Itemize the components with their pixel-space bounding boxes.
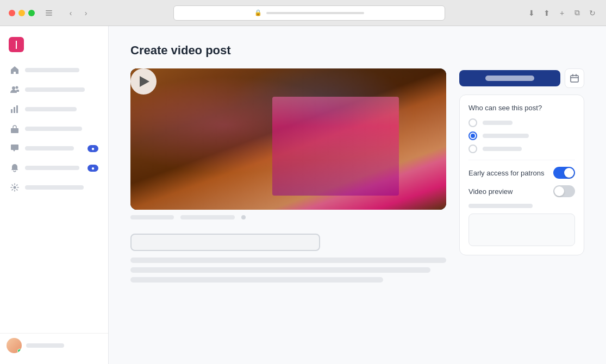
sidebar-label	[25, 146, 74, 150]
sidebar-item-notifications[interactable]: ●	[4, 159, 104, 177]
sidebar-item-home[interactable]	[4, 61, 104, 79]
sidebar: |	[0, 26, 109, 364]
sidebar-item-analytics[interactable]	[4, 100, 104, 118]
sidebar-label	[25, 185, 84, 190]
members-icon	[10, 85, 20, 95]
volume-control[interactable]	[241, 215, 246, 219]
radio-circle-patrons	[468, 131, 477, 140]
svg-rect-5	[11, 109, 13, 113]
sidebar-footer	[0, 333, 108, 357]
text-line-2	[130, 267, 430, 273]
download-icon[interactable]: ⬇	[527, 8, 536, 18]
radio-label-patrons	[483, 134, 529, 138]
svg-rect-8	[11, 128, 18, 133]
sidebar-item-messages[interactable]: ●	[4, 139, 104, 158]
post-title-input[interactable]	[130, 234, 320, 251]
settings-icon	[10, 183, 20, 192]
sidebar-item-settings[interactable]	[4, 178, 104, 197]
bell-icon	[10, 163, 20, 173]
publish-button[interactable]	[459, 70, 560, 86]
svg-rect-1	[46, 12, 52, 14]
text-line-3	[130, 277, 383, 283]
play-triangle-icon	[140, 76, 149, 87]
schedule-button[interactable]	[565, 68, 584, 88]
svg-point-9	[14, 186, 16, 189]
analytics-icon	[10, 104, 20, 114]
radio-specific-tiers[interactable]	[468, 145, 575, 153]
panel-divider-1	[468, 160, 575, 160]
svg-rect-0	[46, 10, 52, 11]
radio-circle-public	[468, 118, 477, 127]
publish-label	[485, 76, 534, 81]
messages-icon	[10, 143, 20, 153]
svg-point-3	[12, 86, 15, 90]
browser-chrome: ‹ › 🔒 ⬇ ⬆ + ⧉ ↻	[0, 0, 606, 26]
browser-nav: ‹ ›	[65, 8, 91, 18]
lock-icon: 🔒	[254, 9, 262, 16]
radio-public[interactable]	[468, 118, 575, 127]
radio-label-tiers	[483, 147, 522, 151]
sidebar-item-members[interactable]	[4, 80, 104, 99]
early-access-row: Early access for patrons	[468, 167, 575, 179]
sidebar-label	[25, 107, 77, 111]
early-access-toggle[interactable]	[553, 167, 575, 179]
close-button[interactable]	[9, 10, 15, 16]
video-controls	[130, 210, 446, 223]
sidebar-label	[25, 166, 79, 170]
shop-icon	[10, 124, 20, 134]
settings-panel: Who can see this post?	[459, 95, 584, 255]
avatar	[7, 338, 22, 353]
browser-actions: ⬇ ⬆ + ⧉ ↻	[527, 8, 597, 18]
video-container	[130, 68, 446, 210]
svg-rect-10	[571, 76, 578, 82]
sidebar-nav: ● ●	[0, 61, 108, 329]
visibility-title: Who can see this post?	[468, 104, 575, 112]
back-button[interactable]: ‹	[65, 8, 76, 18]
sidebar-toggle-icon[interactable]	[43, 8, 54, 18]
user-name-label	[26, 343, 64, 348]
radio-circle-tiers	[468, 145, 477, 153]
duration-bar	[180, 215, 235, 219]
radio-selected-indicator	[471, 134, 475, 138]
video-preview-label: Video preview	[468, 187, 513, 196]
play-button[interactable]	[130, 68, 157, 95]
svg-rect-2	[46, 15, 52, 16]
content-columns: Who can see this post?	[130, 68, 584, 287]
refresh-icon[interactable]: ↻	[588, 8, 597, 18]
progress-bar[interactable]	[130, 215, 174, 219]
radio-patrons[interactable]	[468, 131, 575, 140]
svg-rect-7	[16, 105, 18, 113]
minimize-button[interactable]	[18, 10, 25, 16]
new-tab-icon[interactable]: +	[557, 8, 567, 18]
page-title: Create video post	[130, 43, 584, 58]
early-access-label: Early access for patrons	[468, 169, 544, 177]
app-layout: |	[0, 26, 606, 364]
address-text	[266, 12, 364, 14]
main-content: Create video post	[109, 26, 606, 364]
sidebar-item-shop[interactable]	[4, 120, 104, 138]
messages-badge: ●	[88, 145, 98, 152]
left-column	[130, 68, 446, 287]
sidebar-label	[25, 68, 79, 72]
sidebar-logo[interactable]: |	[0, 33, 108, 61]
svg-point-4	[16, 86, 18, 89]
radio-label-public	[483, 121, 513, 125]
sidebar-label	[25, 127, 82, 131]
online-indicator	[17, 349, 22, 353]
preview-textarea[interactable]	[468, 214, 575, 246]
forward-button[interactable]: ›	[80, 8, 91, 18]
maximize-button[interactable]	[28, 10, 35, 16]
traffic-lights	[9, 10, 35, 16]
sidebar-label	[25, 87, 85, 92]
right-column: Who can see this post?	[459, 68, 584, 255]
text-line-1	[130, 258, 446, 263]
address-bar[interactable]: 🔒	[173, 5, 445, 21]
right-header	[459, 68, 584, 88]
video-preview-row: Video preview	[468, 185, 575, 197]
video-preview-toggle[interactable]	[553, 185, 575, 197]
share-icon[interactable]: ⬆	[542, 8, 552, 18]
tabs-icon[interactable]: ⧉	[572, 8, 582, 18]
home-icon	[10, 65, 20, 75]
svg-rect-6	[14, 107, 15, 113]
toggle-knob	[564, 168, 574, 178]
